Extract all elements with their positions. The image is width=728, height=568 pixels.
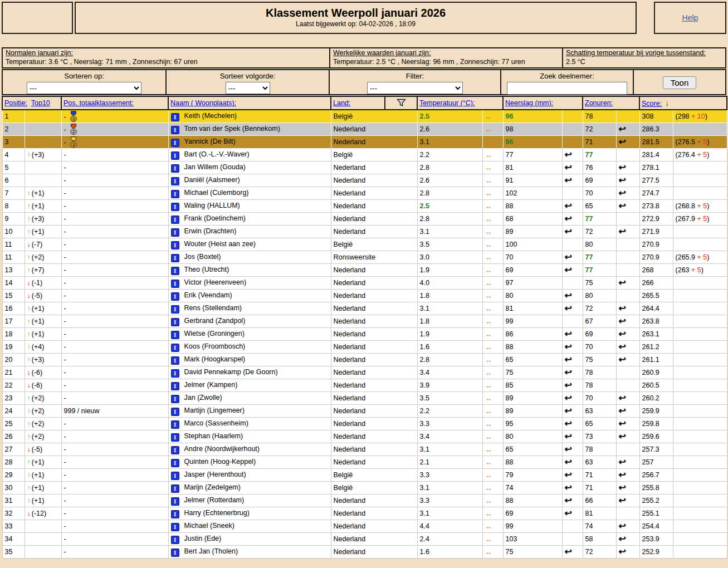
info-icon[interactable]: I <box>171 151 179 160</box>
participant-row: 28↑(+1)-IQuinten (Hoog-Keppel)Nederland2… <box>2 456 727 469</box>
sunhours-changed-cell: ↩ <box>616 200 639 213</box>
info-icon[interactable]: I <box>171 164 179 173</box>
search-label: Zoek deelnemer: <box>501 72 633 80</box>
rank-down-icon: ↓ <box>27 369 31 376</box>
info-icon[interactable]: I <box>171 190 179 198</box>
sunhours-cell: 78 <box>583 379 616 392</box>
left-right-arrow-icon: ↔ <box>485 202 492 210</box>
temperature-trend-cell: ↔ <box>482 161 503 174</box>
precipitation-changed-cell: ↩ <box>562 200 583 213</box>
info-icon[interactable]: I <box>171 280 179 288</box>
info-icon[interactable]: I <box>171 267 179 275</box>
sunhours-cell: 76 <box>583 161 616 174</box>
info-icon[interactable]: I <box>171 433 179 442</box>
temperature-trend-cell: ↔ <box>482 200 503 213</box>
info-icon[interactable]: I <box>171 228 179 237</box>
search-input[interactable] <box>507 82 627 95</box>
sunhours-changed-cell: ↩ <box>616 494 639 507</box>
score-cell: 257 <box>639 456 673 469</box>
sunhours-cell: 72 <box>583 302 616 315</box>
help-link[interactable]: Help <box>682 13 698 22</box>
info-icon[interactable]: I <box>171 497 179 506</box>
precipitation-changed-cell: ↩ <box>562 507 583 520</box>
info-icon[interactable]: I <box>171 344 179 352</box>
participant-row: 33-IMichael (Sneek)Nederland4.4↔9974↩254… <box>2 520 727 533</box>
info-icon[interactable]: I <box>171 459 179 467</box>
info-icon[interactable]: I <box>171 241 179 249</box>
rank-change-cell: ↑(+2) <box>25 251 61 264</box>
info-icon[interactable]: I <box>171 472 179 480</box>
info-icon[interactable]: I <box>171 216 179 224</box>
sort-neerslag-link[interactable]: Neerslag (mm): <box>505 99 553 107</box>
precipitation-cell: 70 <box>503 251 562 264</box>
rank-down-icon: ↓ <box>27 381 31 389</box>
country-cell: Nederland <box>331 366 417 379</box>
sort-score-link[interactable]: Score: <box>642 100 662 107</box>
sunhours-cell: 77 <box>583 149 616 161</box>
sort-order-select[interactable]: --- <box>226 82 270 94</box>
info-icon[interactable]: I <box>171 254 179 262</box>
sort-naam-link[interactable]: Naam ( Woonplaats): <box>170 99 236 107</box>
rank-change-cell <box>25 123 61 136</box>
sort-zonuren-link[interactable]: Zonuren: <box>585 99 613 107</box>
rank-up-icon: ↑ <box>27 407 31 415</box>
info-icon[interactable]: I <box>171 113 179 121</box>
precipitation-changed-cell <box>562 315 583 328</box>
filter-funnel-icon[interactable] <box>397 99 406 107</box>
precipitation-changed-cell <box>562 187 583 200</box>
precipitation-cell: 99 <box>503 520 562 533</box>
info-icon[interactable]: I <box>171 292 179 301</box>
bonus-cell <box>673 430 727 443</box>
score-cell: 272.9 <box>639 213 673 226</box>
info-icon[interactable]: I <box>171 510 179 518</box>
info-icon[interactable]: I <box>171 356 179 365</box>
info-icon[interactable]: I <box>171 484 179 493</box>
rank-change-cell: ↑(+3) <box>25 149 61 161</box>
hook-arrow-icon: ↩ <box>565 406 572 415</box>
info-icon[interactable]: I <box>171 408 179 416</box>
info-icon[interactable]: I <box>171 395 179 403</box>
participant-row: 4↑(+3)-IBart (O.-L.-V.-Waver)België2.2↔7… <box>2 149 727 161</box>
sort-positie-link[interactable]: Positie: <box>4 99 27 107</box>
temperature-cell: 3.1 <box>417 136 482 149</box>
info-icon[interactable]: I <box>171 369 179 378</box>
top10-link[interactable]: Top10 <box>31 99 50 107</box>
precipitation-cell: 99 <box>503 315 562 328</box>
filter-select[interactable]: --- <box>367 82 463 94</box>
info-icon[interactable]: I <box>171 523 179 531</box>
bonus-cell <box>673 238 727 251</box>
last-updated-text: Laatst bijgewerkt op: 04-02-2026 , 18:09 <box>76 20 636 28</box>
rank-cell: 8 <box>2 200 25 213</box>
info-icon[interactable]: I <box>171 446 179 454</box>
info-icon[interactable]: I <box>171 549 179 557</box>
info-icon[interactable]: I <box>171 177 179 185</box>
info-icon[interactable]: I <box>171 420 179 429</box>
info-icon[interactable]: I <box>171 331 179 339</box>
info-icon[interactable]: I <box>171 536 179 544</box>
sunhours-changed-cell <box>616 251 639 264</box>
info-icon[interactable]: I <box>171 305 179 314</box>
participant-row: 7↑(+1)-IMichael (Culemborg)Nederland2.8↔… <box>2 187 727 200</box>
info-icon[interactable]: I <box>171 318 179 326</box>
info-icon[interactable]: I <box>171 203 179 211</box>
info-icon[interactable]: I <box>171 126 179 134</box>
participant-row: 29↑(+1)-IJasper (Herenthout)België3.3↔79… <box>2 469 727 482</box>
precipitation-changed-cell: ↩ <box>562 443 583 456</box>
sunhours-cell: 72 <box>583 546 616 559</box>
sort-temperatuur-link[interactable]: Temperatuur (°C): <box>419 99 475 107</box>
precipitation-cell: 65 <box>503 354 562 366</box>
show-button[interactable]: Toon <box>663 76 697 89</box>
participant-cell: ITheo (Utrecht) <box>168 264 331 277</box>
info-icon[interactable]: I <box>171 382 179 390</box>
temperature-cell: 1.6 <box>417 546 482 559</box>
sort-land-link[interactable]: Land: <box>333 99 350 107</box>
precipitation-changed-cell: ↩ <box>562 366 583 379</box>
left-right-arrow-icon: ↔ <box>485 433 492 441</box>
info-icon[interactable]: I <box>171 139 179 147</box>
participant-cell: IKoos (Froombosch) <box>168 341 331 354</box>
overall-position-cell: - <box>61 149 168 161</box>
temperature-cell: 3.1 <box>417 507 482 520</box>
sort-pos-totaal-link[interactable]: Pos. totaalklassement: <box>63 99 134 107</box>
sunhours-changed-cell: ↩ <box>616 482 639 494</box>
sort-by-select[interactable]: --- <box>27 82 141 94</box>
